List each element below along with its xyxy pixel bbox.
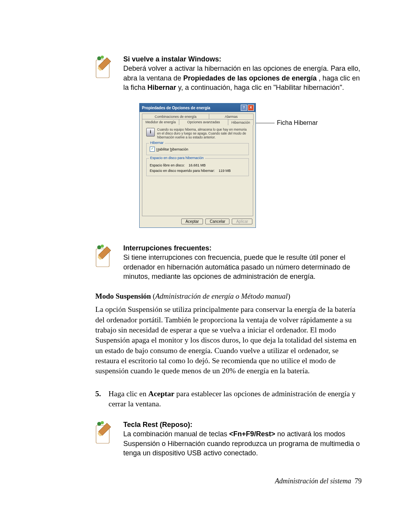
step-5: 5. Haga clic en Aceptar para establecer … [95, 389, 362, 409]
group-hibernate-legend: Hibernar [149, 141, 165, 145]
callout-hibernate-tab: Ficha Hibernar [256, 119, 318, 126]
section-heading: Modo Suspensión (Administración de energ… [95, 292, 362, 301]
enable-hibernation-checkbox[interactable]: ✓ [150, 147, 155, 152]
callout-line-icon [256, 123, 275, 123]
note-reinstall-windows: Si vuelve a instalar Windows: Deberá vol… [95, 54, 362, 92]
free-disk-value: 16.681 MB [189, 163, 206, 167]
heading-bold: Modo Suspensión [95, 292, 151, 300]
free-disk-label: Espacio libre en disco: [150, 163, 185, 167]
group-disk-legend: Espacio en disco para hibernación [149, 156, 205, 160]
help-button[interactable]: ? [241, 105, 247, 111]
info-icon: i [146, 128, 155, 136]
cancel-button[interactable]: Cancelar [205, 219, 229, 224]
body-paragraph: La opción Suspensión se utiliza principa… [95, 304, 362, 376]
close-button[interactable]: X [248, 105, 254, 111]
power-options-dialog: Propiedades de Opciones de energía ? X C… [139, 103, 256, 228]
svg-point-4 [97, 245, 101, 249]
tab-hibernation[interactable]: Hibernación [228, 119, 254, 125]
tab-advanced[interactable]: Opciones avanzadas [179, 119, 228, 125]
svg-point-2 [101, 56, 104, 59]
tab-combinations[interactable]: Combinaciones de energía [142, 114, 209, 119]
apply-button: Aplicar [232, 219, 252, 224]
paren-close: ) [288, 292, 290, 300]
note-rest-key: Tecla Rest (Reposo): La combinación manu… [95, 420, 362, 458]
document-page: Si vuelve a instalar Windows: Deberá vol… [0, 0, 420, 509]
dialog-info-text: Cuando su equipo hiberna, almacena lo qu… [157, 128, 249, 139]
footer-text: Administración del sistema [275, 477, 351, 485]
pencil-note-icon [95, 421, 118, 458]
svg-point-5 [101, 245, 104, 248]
note1-title: Si vuelve a instalar Windows: [123, 55, 221, 63]
note1-bold1: Propiedades de las opciones de energía [183, 74, 317, 82]
figure-dialog: Propiedades de Opciones de energía ? X C… [95, 103, 362, 228]
svg-point-1 [97, 56, 101, 60]
svg-point-7 [97, 422, 101, 426]
note3-b1: <Fn+F9/Rest> [229, 430, 275, 438]
accept-button[interactable]: Aceptar [181, 219, 203, 224]
pencil-note-icon [95, 55, 118, 92]
tab-alarms[interactable]: Alarmas [209, 114, 254, 119]
enable-hibernation-label: HHabilitar hibernaciónabilitar hibernaci… [156, 147, 188, 151]
req-disk-value: 119 MB [219, 169, 231, 173]
callout-label: Ficha Hibernar [277, 119, 318, 126]
pencil-note-icon [95, 244, 118, 281]
step-number: 5. [95, 389, 108, 409]
dialog-titlebar: Propiedades de Opciones de energía ? X [140, 103, 256, 112]
note-frequent-interruptions: Interrupciones frecuentes: Si tiene inte… [95, 243, 362, 281]
req-disk-label: Espacio en disco requerido para hibernar… [150, 169, 215, 173]
page-footer: Administración del sistema 79 [95, 477, 362, 485]
tab-meter[interactable]: Medidor de energía [142, 119, 179, 125]
note2-body: Si tiene interrupciones con frecuencia, … [123, 254, 350, 280]
note1-fragment3: y, a continuación, haga clic en "Habilit… [176, 84, 344, 91]
heading-italic: Administración de energía o Método manua… [155, 292, 288, 300]
note1-bold2: Hibernar [147, 84, 176, 91]
note3-title: Tecla Rest (Reposo): [123, 421, 192, 429]
note3-t1: La combinación manual de teclas [123, 430, 229, 438]
step-t1: Haga clic en [108, 390, 148, 398]
page-number: 79 [355, 477, 362, 485]
step-b1: Aceptar [148, 390, 174, 398]
note2-title: Interrupciones frecuentes: [123, 244, 212, 252]
dialog-title: Propiedades de Opciones de energía [142, 106, 210, 110]
svg-point-8 [101, 421, 104, 424]
